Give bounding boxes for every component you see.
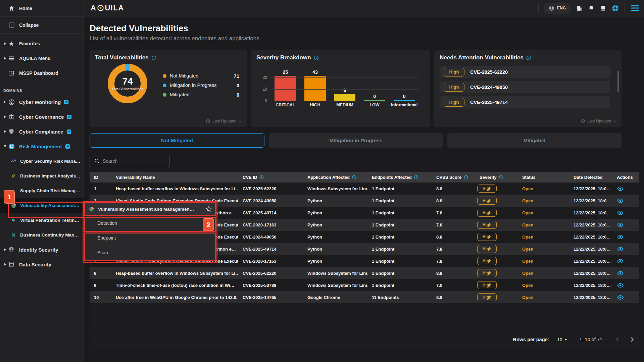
info-icon[interactable] — [499, 175, 503, 179]
popup-header[interactable]: Vulnerability Assessment and Managemen… — [84, 202, 216, 216]
view-eye-icon[interactable] — [617, 185, 624, 192]
tab-mitigated[interactable]: Mitigated — [447, 133, 622, 148]
info-icon[interactable] — [526, 55, 531, 60]
docs-book-icon[interactable] — [600, 5, 606, 11]
status-tabs: Not Mitigated Mitigation in Progress Mit… — [90, 133, 622, 148]
sidebar-item-label: AQUILA Menu — [19, 56, 51, 61]
attention-item[interactable]: High CVE-2025-49714 — [440, 96, 610, 108]
popup-menu-item[interactable]: Endpoint — [84, 230, 216, 245]
language-selector[interactable]: ENG — [544, 3, 570, 14]
info-icon[interactable] — [314, 55, 319, 60]
cell-severity: High — [475, 245, 518, 253]
favorite-star-icon[interactable] — [205, 206, 212, 212]
info-icon[interactable] — [259, 175, 264, 179]
view-eye-icon[interactable] — [617, 209, 624, 216]
hamburger-menu-icon[interactable] — [631, 5, 639, 11]
sidebar-item-cyber-compliance[interactable]: Cyber Compliance — [0, 124, 84, 139]
chevron-right-icon[interactable] — [2, 130, 8, 133]
cell-cvss: 8.8 — [432, 295, 475, 300]
sidebar-item-risk-management[interactable]: Risk Management — [0, 139, 84, 154]
sidebar-item-home[interactable]: Home — [0, 0, 84, 17]
sidebar-item-data-security[interactable]: Data Security — [0, 257, 84, 272]
bar-value-label: 43 — [312, 69, 318, 75]
bank-icon — [8, 114, 15, 120]
info-icon[interactable] — [464, 175, 468, 179]
popup-menu-item[interactable]: Detection — [84, 216, 216, 230]
sidebar-item-collapse[interactable]: Collapse — [0, 17, 84, 34]
cell-application: Python — [303, 222, 367, 227]
severity-badge: High — [477, 197, 497, 205]
sidebar-item-favorites[interactable]: Favorites — [0, 36, 84, 51]
sidebar-item-business-continuity[interactable]: Business Continuity Man… — [0, 227, 84, 242]
view-eye-icon[interactable] — [617, 282, 624, 289]
scrollbar-thumb[interactable] — [617, 71, 619, 92]
view-eye-icon[interactable] — [617, 258, 624, 265]
next-page-icon[interactable] — [629, 337, 635, 342]
tab-not-mitigated[interactable]: Not Mitigated — [90, 133, 264, 148]
view-eye-icon[interactable] — [617, 234, 624, 241]
cell-endpoints: 1 Endpoint — [367, 259, 432, 264]
x-axis-category-label: HIGH — [300, 103, 330, 107]
domains-section-label: DOMAINS — [0, 81, 84, 95]
clock-icon — [581, 119, 585, 123]
sidebar-item-aquila-menu[interactable]: AQUILA Menu — [0, 51, 84, 66]
chevron-right-icon[interactable] — [2, 115, 8, 118]
view-eye-icon[interactable] — [617, 270, 624, 277]
column-header-label: CVE ID — [243, 175, 257, 180]
sidebar-item-identity-security[interactable]: Identity Security — [0, 242, 84, 257]
external-link-icon[interactable] — [65, 144, 70, 149]
tab-mitigation-in-progress[interactable]: Mitigation in Progress — [269, 133, 443, 148]
info-icon[interactable] — [151, 55, 156, 60]
notifications-bell-icon[interactable] — [588, 5, 594, 11]
attention-item[interactable]: High CVE-2024-49050 — [440, 81, 610, 93]
info-icon[interactable] — [352, 175, 356, 179]
external-link-icon[interactable] — [64, 100, 69, 105]
view-eye-icon[interactable] — [617, 221, 624, 228]
chevron-right-icon[interactable] — [2, 248, 8, 251]
cell-endpoints: 1 Endpoint — [367, 210, 432, 215]
table-row[interactable]: 1 Heap-based buffer overflow in Windows … — [90, 183, 639, 195]
support-ring-icon[interactable] — [612, 5, 619, 12]
legend-dot — [163, 74, 166, 78]
x-axis-category-label: CRITICAL — [270, 103, 300, 107]
divider — [538, 3, 539, 13]
table-row[interactable]: 8 Heap-based buffer overflow in Windows … — [90, 267, 639, 279]
chevron-right-icon[interactable] — [2, 101, 8, 103]
chevron-right-icon[interactable] — [2, 42, 8, 45]
last-updated: Last Updated: -- — [206, 119, 241, 123]
cell-actions — [612, 258, 639, 265]
app-logo[interactable]: A UILA — [91, 4, 124, 12]
external-link-icon[interactable] — [66, 129, 71, 134]
trend-chart-icon — [10, 158, 17, 164]
attention-item[interactable]: High CVE-2025-62220 — [440, 66, 610, 78]
sidebar-item-cyber-governance[interactable]: Cyber Governance — [0, 109, 84, 124]
search-input[interactable] — [103, 158, 160, 164]
sidebar-item-mssp-dashboard[interactable]: MSSP Dashboard — [0, 66, 84, 81]
rows-per-page-select[interactable]: 10 — [557, 337, 567, 342]
sidebar-item-cyber-security-risk[interactable]: Cyber Security Risk Mana… — [0, 154, 84, 168]
cell-cvss: 7.8 — [432, 247, 475, 252]
view-eye-icon[interactable] — [617, 294, 624, 301]
sidebar-item-business-impact[interactable]: Business Impact Analysis… — [0, 168, 84, 183]
cell-actions — [612, 282, 639, 289]
info-icon[interactable] — [414, 175, 418, 179]
view-eye-icon[interactable] — [617, 197, 624, 204]
legend-row: Mitigated 0 — [163, 92, 239, 98]
organization-icon[interactable] — [576, 5, 582, 11]
chevron-right-icon[interactable] — [2, 263, 8, 266]
view-eye-icon[interactable] — [617, 246, 624, 253]
popup-menu-item[interactable]: Scan — [84, 245, 216, 260]
sidebar-item-cyber-monitoring[interactable]: Cyber Monitoring — [0, 95, 84, 109]
severity-badge: High — [477, 281, 497, 289]
external-link-icon[interactable] — [67, 114, 72, 119]
search-box[interactable] — [90, 155, 169, 167]
chevron-down-icon[interactable] — [2, 145, 8, 147]
chevron-right-icon[interactable] — [2, 57, 8, 60]
sidebar-item-virtual-penetration[interactable]: Virtual Penetration Testin… — [0, 213, 84, 227]
table-row[interactable]: 9 Time-of-check time-of-use (toctou) rac… — [90, 279, 639, 291]
previous-page-icon[interactable] — [615, 337, 621, 342]
table-row[interactable]: 10 Use after free in WebGPU in Google Ch… — [90, 291, 639, 303]
column-header: Vulnerability Name — [111, 175, 238, 180]
column-header-label: Vulnerability Name — [116, 175, 155, 180]
cell-status: Open — [518, 247, 569, 252]
